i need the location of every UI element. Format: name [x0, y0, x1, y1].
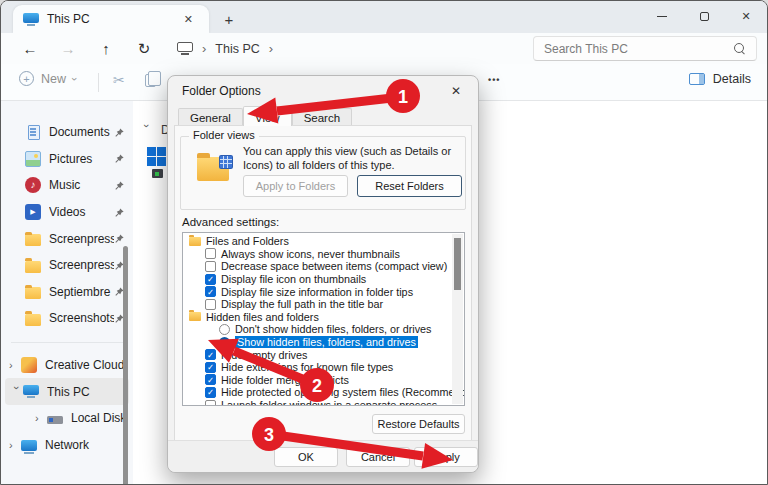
sidebar-item-documents[interactable]: Documents — [1, 119, 133, 146]
back-button[interactable] — [15, 40, 45, 57]
chevron-right-icon[interactable] — [9, 359, 21, 371]
maximize-button[interactable] — [683, 1, 725, 31]
chevron-right-icon[interactable] — [9, 439, 21, 451]
details-pane-icon — [689, 73, 705, 85]
list-checkbox-row[interactable]: Decrease space between items (compact vi… — [183, 260, 464, 273]
search-input[interactable] — [544, 42, 734, 56]
apply-to-folders-button[interactable]: Apply to Folders — [243, 175, 348, 197]
list-checkbox-row[interactable]: Hide empty drives — [183, 348, 464, 361]
reset-folders-button[interactable]: Reset Folders — [357, 175, 462, 197]
new-button[interactable]: New — [19, 71, 77, 86]
sidebar-item-creative-cloud[interactable]: Creative Cloud F — [1, 352, 133, 379]
sidebar-item-local-disk[interactable]: Local Disk (C:) — [1, 405, 133, 432]
checkbox-checked[interactable] — [205, 387, 216, 398]
tab-title: This PC — [47, 12, 178, 26]
folder-view-icon — [197, 157, 229, 181]
tab-general[interactable]: General — [178, 108, 243, 126]
breadcrumb-separator: › — [202, 41, 206, 56]
checkbox-checked[interactable] — [205, 274, 216, 285]
windows-drive-icon[interactable] — [147, 147, 166, 166]
checkbox-unchecked[interactable] — [205, 248, 216, 259]
list-radio-dont-show-hidden[interactable]: Don't show hidden files, folders, or dri… — [183, 323, 464, 336]
tab-close-icon[interactable] — [178, 11, 199, 28]
apply-button[interactable]: Apply — [414, 447, 478, 467]
pin-icon[interactable] — [114, 233, 125, 244]
pin-icon[interactable] — [114, 153, 125, 164]
breadcrumb-separator: › — [269, 41, 273, 56]
folder-icon — [25, 287, 41, 299]
sidebar-item-septiembre[interactable]: Septiembre — [1, 279, 133, 306]
navigation-pane: Documents Pictures Music Videos Screenpr — [1, 101, 133, 484]
sidebar-item-this-pc[interactable]: This PC — [5, 378, 129, 405]
sidebar-item-network[interactable]: Network — [1, 432, 133, 459]
sidebar-divider — [11, 342, 123, 343]
navigation-bar: › This PC › — [1, 33, 767, 64]
cancel-button[interactable]: Cancel — [346, 447, 410, 467]
list-scrollbar[interactable] — [452, 234, 463, 404]
checkbox-unchecked[interactable] — [205, 299, 216, 310]
list-group-files-and-folders[interactable]: Files and Folders — [183, 235, 464, 248]
sidebar-item-music[interactable]: Music — [1, 172, 133, 199]
checkbox-checked[interactable] — [205, 349, 216, 360]
details-view-button[interactable]: Details — [689, 72, 751, 86]
close-button[interactable] — [725, 1, 767, 31]
radio-selected[interactable] — [219, 337, 230, 348]
up-button[interactable] — [91, 40, 121, 57]
tab-view[interactable]: View — [243, 106, 292, 126]
plus-circle-icon — [19, 71, 34, 86]
new-tab-button[interactable]: + — [217, 7, 241, 31]
list-checkbox-row[interactable]: Hide folder merge conflicts — [183, 374, 464, 387]
checkbox-unchecked[interactable] — [205, 400, 216, 406]
restore-defaults-button[interactable]: Restore Defaults — [372, 414, 465, 434]
checkbox-checked[interactable] — [205, 286, 216, 297]
sidebar-item-videos[interactable]: Videos — [1, 199, 133, 226]
list-radio-show-hidden[interactable]: Show hidden files, folders, and drives — [183, 336, 464, 349]
list-checkbox-row[interactable]: Display file size information in folder … — [183, 285, 464, 298]
pin-icon[interactable] — [114, 127, 125, 138]
copy-icon[interactable] — [145, 74, 156, 87]
chevron-down-icon — [69, 77, 81, 81]
sidebar-item-screenpresso[interactable]: Screenpresso — [1, 225, 133, 252]
details-label: Details — [713, 72, 751, 86]
explorer-tab[interactable]: This PC — [13, 5, 209, 33]
list-checkbox-row[interactable]: Hide extensions for known file types — [183, 361, 464, 374]
advanced-settings-label: Advanced settings: — [182, 216, 279, 228]
pin-icon[interactable] — [114, 207, 125, 218]
documents-icon — [25, 124, 41, 140]
see-more-icon[interactable] — [488, 70, 500, 86]
chevron-right-icon[interactable] — [35, 412, 47, 424]
sidebar-item-pictures[interactable]: Pictures — [1, 146, 133, 173]
folder-options-dialog: Folder Options General View Search Folde… — [167, 75, 479, 473]
list-checkbox-row[interactable]: Display the full path in the title bar — [183, 298, 464, 311]
checkbox-checked[interactable] — [205, 374, 216, 385]
breadcrumb: › This PC › — [177, 41, 273, 56]
chevron-down-icon[interactable] — [11, 386, 23, 398]
pin-icon[interactable] — [114, 180, 125, 191]
checkbox-unchecked[interactable] — [205, 261, 216, 272]
list-checkbox-row[interactable]: Hide protected operating system files (R… — [183, 386, 464, 399]
folder-views-description: You can apply this view (such as Details… — [243, 145, 457, 172]
videos-icon — [25, 204, 41, 220]
minimize-button[interactable] — [641, 1, 683, 31]
dialog-close-icon[interactable] — [446, 82, 466, 100]
sidebar-item-screenpresso-2[interactable]: Screenpresso — [1, 252, 133, 279]
sidebar-scrollbar[interactable] — [123, 246, 128, 485]
forward-button[interactable] — [53, 40, 83, 57]
dialog-footer: OK Cancel Apply — [168, 440, 478, 472]
list-checkbox-row[interactable]: Launch folder windows in a separate proc… — [183, 399, 464, 406]
location-icon[interactable] — [177, 42, 193, 55]
refresh-button[interactable] — [129, 40, 159, 58]
list-group-hidden-files[interactable]: Hidden files and folders — [183, 311, 464, 324]
radio-unselected[interactable] — [219, 324, 230, 335]
sidebar-item-screenshots[interactable]: Screenshots — [1, 305, 133, 332]
cut-icon[interactable] — [113, 72, 125, 88]
list-checkbox-row[interactable]: Display file icon on thumbnails — [183, 273, 464, 286]
network-icon — [21, 440, 37, 451]
ok-button[interactable]: OK — [274, 447, 338, 467]
drive-icon[interactable] — [152, 169, 163, 178]
breadcrumb-this-pc[interactable]: This PC — [215, 42, 259, 56]
list-checkbox-row[interactable]: Always show icons, never thumbnails — [183, 248, 464, 261]
folder-icon — [25, 234, 41, 246]
tab-search[interactable]: Search — [292, 108, 352, 126]
checkbox-checked[interactable] — [205, 362, 216, 373]
